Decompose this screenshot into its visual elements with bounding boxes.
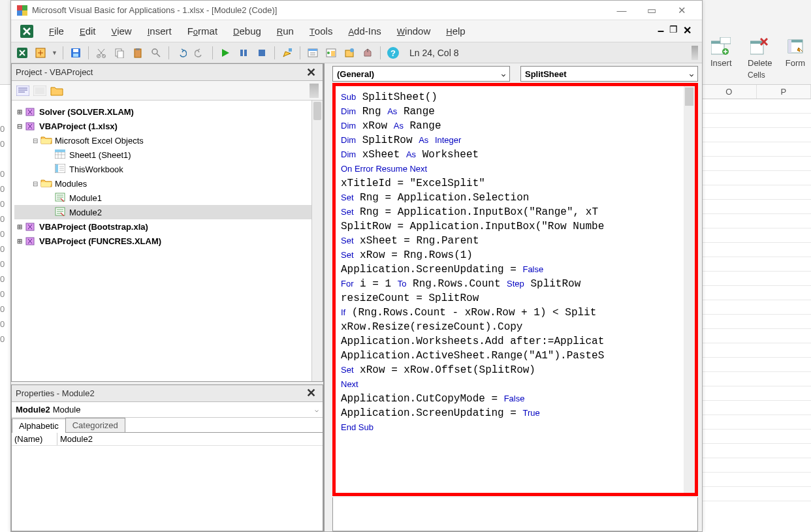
properties-window-button[interactable] [324, 46, 338, 60]
menu-run[interactable]: Run [269, 23, 302, 39]
tree-sheet1[interactable]: Sheet1 (Sheet1) [14, 148, 323, 162]
code-object-dropdown[interactable]: (General) ⌵ [332, 66, 510, 82]
paste-button[interactable] [131, 46, 145, 60]
property-value[interactable]: Module2 [57, 433, 323, 445]
menu-addins[interactable]: Add-Ins [340, 23, 389, 39]
tree-module2[interactable]: Module2 [14, 205, 323, 219]
property-row: (Name) Module2 [12, 433, 323, 446]
menu-window[interactable]: Window [389, 23, 438, 39]
cut-button[interactable] [94, 46, 108, 60]
ribbon-delete-label: Delete [748, 58, 772, 68]
menu-help[interactable]: Help [438, 23, 473, 39]
mdi-minimize-icon[interactable]: – [658, 24, 664, 38]
ribbon-insert[interactable]: Insert [710, 36, 732, 68]
view-excel-button[interactable] [15, 46, 29, 60]
insert-module-button[interactable] [33, 46, 48, 60]
code-editor-below-area[interactable] [332, 497, 698, 531]
design-mode-button[interactable] [280, 46, 294, 60]
tree-vbaproject[interactable]: ⊟ VBAProject (1.xlsx) [14, 119, 323, 133]
code-procedure-dropdown[interactable]: SplitSheet ⌵ [520, 66, 698, 82]
titlebar[interactable]: Microsoft Visual Basic for Applications … [11, 1, 702, 20]
ribbon-format[interactable]: Form [785, 36, 806, 68]
view-code-button[interactable] [16, 84, 30, 98]
mdi-close-icon[interactable]: ✕ [683, 24, 692, 38]
project-tree[interactable]: ⊞ Solver (SOLVER.XLAM) ⊟ VBAProject (1.x… [12, 101, 323, 381]
code-editor[interactable]: Sub SplitSheet() Dim Rng As Range Dim xR… [332, 83, 698, 496]
project-explorer-toolbar [12, 81, 323, 101]
tree-solver[interactable]: ⊞ Solver (SOLVER.XLAM) [14, 104, 323, 119]
svg-point-35 [327, 52, 330, 54]
code-object-dropdown-value: (General) [337, 69, 374, 79]
properties-panel-title[interactable]: Properties - Module2 ✕ [12, 385, 323, 402]
tree-excel-objects-folder[interactable]: ⊟ Microsoft Excel Objects [14, 133, 323, 148]
svg-rect-46 [55, 149, 65, 152]
property-name: (Name) [12, 433, 57, 445]
menu-insert[interactable]: Insert [140, 23, 180, 39]
excel-icon[interactable] [19, 23, 35, 39]
undo-button[interactable] [174, 46, 189, 60]
worksheet-icon [55, 149, 67, 160]
tree-funcres[interactable]: ⊞ VBAProject (FUNCRES.XLAM) [14, 234, 323, 248]
tree-modules-folder[interactable]: ⊟ Modules [14, 176, 323, 191]
menu-debug[interactable]: Debug [225, 23, 269, 39]
properties-title-text: Properties - Module2 [16, 388, 95, 398]
properties-object-type: Module [53, 405, 81, 415]
save-button[interactable] [69, 46, 83, 60]
module-icon [55, 193, 67, 203]
menu-format[interactable]: Format [180, 23, 225, 39]
properties-tab-alphabetic[interactable]: Alphabetic [12, 418, 66, 433]
column-header-O[interactable]: O [702, 85, 757, 99]
svg-rect-28 [244, 50, 247, 56]
break-button[interactable] [236, 46, 251, 60]
toolbox-button[interactable] [360, 46, 375, 60]
vba-project-icon [25, 236, 37, 246]
svg-rect-34 [331, 51, 335, 56]
project-explorer-title[interactable]: Project - VBAProject ✕ [12, 64, 323, 81]
menu-edit[interactable]: Edit [72, 23, 104, 39]
view-object-button[interactable] [33, 84, 47, 98]
find-button[interactable] [149, 46, 163, 60]
tree-thisworkbook[interactable]: ThisWorkbook [14, 162, 323, 176]
project-explorer-button[interactable] [306, 46, 320, 60]
vba-project-icon [25, 221, 37, 232]
ribbon-insert-label: Insert [710, 58, 732, 68]
ribbon-delete[interactable]: Delete [748, 36, 772, 68]
project-explorer-close-icon[interactable]: ✕ [304, 65, 319, 80]
svg-text:?: ? [390, 48, 396, 58]
maximize-button[interactable]: ▭ [637, 1, 667, 20]
svg-point-37 [350, 48, 354, 52]
project-tree-scrollbar[interactable] [311, 101, 323, 381]
tree-bootstrap[interactable]: ⊞ VBAProject (Bootstrap.xla) [14, 219, 323, 234]
properties-tab-categorized[interactable]: Categorized [65, 418, 125, 432]
menu-tools[interactable]: Tools [302, 23, 340, 39]
window-title: Microsoft Visual Basic for Applications … [32, 5, 607, 15]
properties-grid[interactable]: (Name) Module2 [12, 433, 323, 531]
toggle-folders-button[interactable] [50, 84, 64, 98]
svg-rect-18 [73, 49, 78, 52]
minimize-button[interactable]: — [607, 1, 637, 20]
column-header-P[interactable]: P [757, 85, 812, 99]
reset-button[interactable] [255, 46, 269, 60]
svg-rect-25 [136, 48, 140, 50]
mdi-restore-icon[interactable]: ❐ [669, 24, 678, 38]
svg-rect-13 [22, 10, 27, 16]
svg-rect-2 [720, 37, 731, 44]
copy-button[interactable] [112, 46, 127, 60]
properties-object-selector[interactable]: Module2 Module ⌵ [12, 402, 323, 418]
svg-rect-42 [35, 87, 44, 94]
format-cells-icon [785, 36, 806, 57]
folder-open-icon [40, 178, 52, 189]
menu-view[interactable]: View [103, 23, 139, 39]
dropdown-arrow-icon: ⌵ [690, 70, 693, 78]
code-scrollbar[interactable] [684, 86, 695, 493]
tree-module1[interactable]: Module1 [14, 191, 323, 205]
help-button[interactable]: ? [386, 46, 400, 60]
menu-file[interactable]: File [41, 23, 72, 39]
object-browser-button[interactable] [342, 46, 357, 60]
spreadsheet-grid[interactable]: O P [702, 85, 811, 532]
delete-cells-icon [750, 36, 771, 57]
run-button[interactable] [218, 46, 232, 60]
properties-close-icon[interactable]: ✕ [304, 386, 319, 400]
close-button[interactable]: ✕ [667, 1, 697, 20]
redo-button[interactable] [193, 46, 207, 60]
